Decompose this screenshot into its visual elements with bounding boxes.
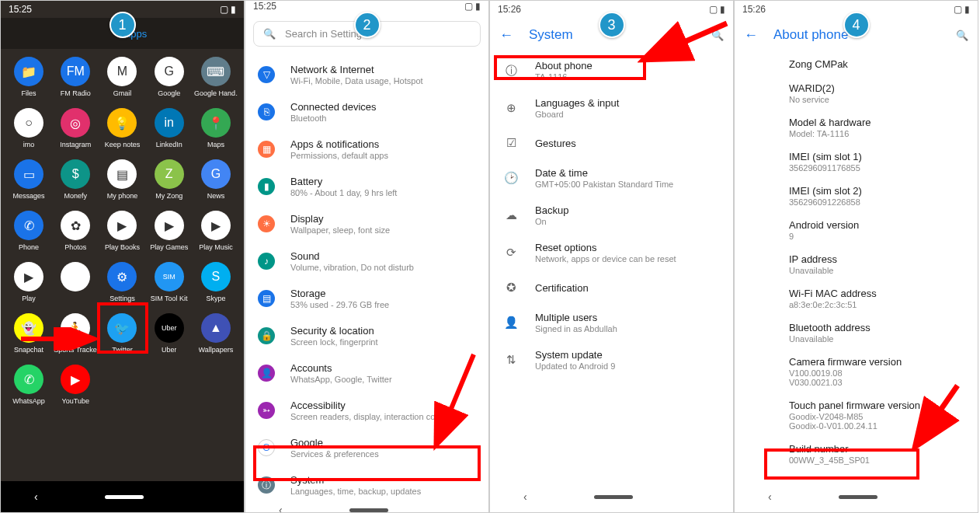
app-google[interactable]: GGoogle: [146, 57, 193, 97]
search-icon[interactable]: 🔍: [711, 30, 724, 41]
system-system-update[interactable]: ⇅System updateUpdated to Android 9: [490, 341, 733, 379]
settings-apps-notifications[interactable]: ▦Apps & notificationsPermissions, defaul…: [245, 131, 488, 168]
system-multiple-users[interactable]: 👤Multiple usersSigned in as Abdullah: [490, 304, 733, 341]
settings-accessibility[interactable]: ➳AccessibilityScreen readers, display, i…: [245, 392, 488, 429]
about-imei-sim-slot-1-[interactable]: IMEI (sim slot 1)356296091176855: [735, 145, 978, 179]
app-gmail[interactable]: MGmail: [99, 57, 145, 97]
nav-back[interactable]: ‹: [768, 490, 772, 503]
app-messages[interactable]: ▭Messages: [5, 159, 52, 200]
app-maps[interactable]: 📍Maps: [193, 108, 239, 148]
app-label: Maps: [207, 141, 224, 148]
settings-accounts[interactable]: 👤AccountsWhatsApp, Google, Twitter: [245, 354, 488, 392]
row-sub: Bluetooth: [290, 113, 476, 123]
row-title: Languages & input: [535, 97, 721, 109]
app-play-[interactable]: ▶Play: [5, 262, 52, 302]
row-icon: ⟳: [502, 244, 520, 261]
app-skype[interactable]: SSkype: [193, 262, 239, 302]
app-label: Instagram: [60, 141, 91, 148]
search-icon[interactable]: 🔍: [956, 30, 968, 41]
app-settings[interactable]: ⚙Settings: [99, 262, 145, 302]
system-reset-options[interactable]: ⟳Reset optionsNetwork, apps or device ca…: [490, 234, 733, 271]
settings-connected-devices[interactable]: ⎘Connected devicesBluetooth: [245, 93, 488, 131]
app-my-phone[interactable]: ▤My phone: [99, 159, 145, 200]
settings-display[interactable]: ☀DisplayWallpaper, sleep, font size: [245, 205, 488, 243]
row-sub: Wallpaper, sleep, font size: [290, 225, 476, 235]
app-fm-radio[interactable]: FMFM Radio: [52, 57, 99, 97]
row-icon: ⓘ: [258, 476, 275, 494]
row-title: Accounts: [290, 362, 476, 374]
about-imei-sim-slot-2-[interactable]: IMEI (sim slot 2)356296091226858: [735, 179, 978, 213]
info-title: IP address: [789, 253, 965, 265]
app-play-books[interactable]: ▶Play Books: [99, 211, 145, 251]
app-label: Gmail: [113, 89, 132, 97]
nav-home[interactable]: [594, 495, 633, 499]
app-photos[interactable]: ✿Photos: [52, 211, 99, 251]
app-phone[interactable]: ✆Phone: [5, 211, 52, 251]
app-sim-tool-kit[interactable]: SIMSIM Tool Kit: [146, 262, 193, 302]
system-languages-input[interactable]: ⊕Languages & inputGboard: [490, 89, 733, 127]
app-my-zong[interactable]: ZMy Zong: [146, 159, 193, 200]
app-google-hand-[interactable]: ⌨Google Hand…: [193, 57, 239, 97]
app-monefy[interactable]: $Monefy: [52, 159, 99, 200]
system-about-phone[interactable]: ⓘAbout phoneTA-1116: [490, 52, 733, 89]
app-linkedin[interactable]: inLinkedIn: [146, 108, 193, 148]
app-icon: ▲: [201, 313, 231, 343]
about-bluetooth-address[interactable]: Bluetooth addressUnavailable: [735, 316, 978, 350]
app-whatsapp[interactable]: ✆WhatsApp: [5, 365, 52, 405]
back-button[interactable]: ←: [499, 27, 513, 44]
app-play-games[interactable]: ▶Play Games: [146, 211, 193, 251]
system-backup[interactable]: ☁BackupOn: [490, 197, 733, 234]
app-icon: FM: [61, 57, 90, 86]
about-zong-cmpak[interactable]: Zong CMPak: [735, 52, 978, 76]
settings-google[interactable]: GGoogleServices & preferences: [245, 429, 488, 466]
settings-system[interactable]: ⓘSystemLanguages, time, backup, updates: [245, 466, 488, 504]
app-files[interactable]: 📁Files: [5, 57, 52, 97]
app-label: Skype: [206, 295, 225, 302]
settings-battery[interactable]: ▮Battery80% - About 1 day, 9 hrs left: [245, 168, 488, 205]
app-label: Sports Tracker: [54, 346, 97, 354]
settings-storage[interactable]: ▤Storage53% used - 29.76 GB free: [245, 280, 488, 317]
about-touch-panel-firmware-version[interactable]: Touch panel firmware versionGoodix-V2048…: [735, 393, 978, 437]
status-icons: ▢ ▮: [709, 4, 725, 15]
row-title: Battery: [290, 176, 476, 187]
about-wi-fi-mac-address[interactable]: Wi-Fi MAC addressa8:3e:0e:2c:3c:51: [735, 281, 978, 316]
app-sports-tracker[interactable]: 🏃Sports Tracker: [52, 313, 99, 354]
about-ip-address[interactable]: IP addressUnavailable: [735, 247, 978, 281]
row-icon: ♪: [258, 253, 275, 270]
app-news[interactable]: GNews: [193, 159, 239, 200]
about-camera-firmware-version[interactable]: Camera firmware versionV100.0019.08V030.…: [735, 350, 978, 393]
nav-back[interactable]: ‹: [523, 490, 527, 503]
app-imo[interactable]: ○imo: [5, 108, 52, 148]
row-icon: 🕑: [502, 169, 520, 187]
nav-back[interactable]: ‹: [34, 490, 38, 503]
app-label: Play Games: [150, 243, 188, 251]
settings-network-internet[interactable]: ▽Network & InternetWi-Fi, Mobile, Data u…: [245, 56, 488, 93]
nav-home[interactable]: [839, 495, 877, 499]
about-warid-2-[interactable]: WARID(2)No service: [735, 76, 978, 110]
row-icon: 👤: [502, 314, 520, 331]
app-snapchat[interactable]: 👻Snapchat: [5, 313, 52, 354]
app-youtube[interactable]: ▶YouTube: [52, 365, 99, 405]
about-model-hardware[interactable]: Model & hardwareModel: TA-1116: [735, 110, 978, 145]
row-title: Display: [290, 213, 476, 225]
app-wallpapers[interactable]: ▲Wallpapers: [193, 313, 239, 354]
system-gestures[interactable]: ☑Gestures: [490, 127, 733, 159]
nav-back[interactable]: ‹: [279, 504, 283, 513]
nav-home[interactable]: [105, 495, 144, 499]
about-build-number[interactable]: Build number00WW_3_45B_SP01: [735, 437, 978, 471]
system-certification[interactable]: ✪Certification: [490, 271, 733, 304]
about-android-version[interactable]: Android version9: [735, 213, 978, 247]
back-button[interactable]: ←: [744, 27, 758, 44]
app-play-music[interactable]: ▶Play Music: [193, 211, 239, 251]
nav-home[interactable]: [349, 508, 388, 512]
app-twitter[interactable]: 🐦Twitter: [99, 313, 145, 354]
row-title: System update: [535, 349, 721, 361]
settings-security-location[interactable]: 🔒Security & locationScreen lock, fingerp…: [245, 317, 488, 354]
row-icon: ▦: [258, 141, 275, 158]
app-instagram[interactable]: ◎Instagram: [52, 108, 99, 148]
app-blank[interactable]: [52, 262, 99, 302]
system-date-time[interactable]: 🕑Date & timeGMT+05:00 Pakistan Standard …: [490, 159, 733, 197]
settings-sound[interactable]: ♪SoundVolume, vibration, Do not disturb: [245, 243, 488, 280]
app-keep-notes[interactable]: 💡Keep notes: [99, 108, 145, 148]
app-uber[interactable]: UberUber: [146, 313, 193, 354]
